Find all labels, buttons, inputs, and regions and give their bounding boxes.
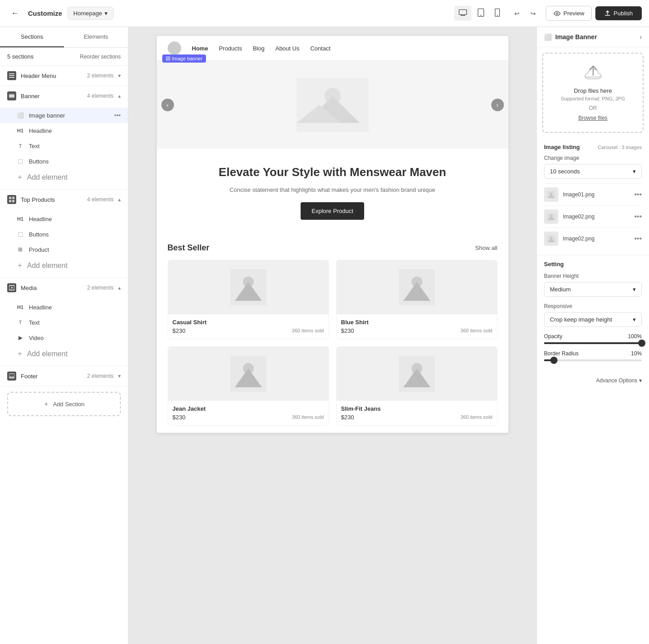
section-header-top-products[interactable]: Top Products 4 elements ▴ bbox=[0, 190, 128, 209]
h1-icon-tp: H1 bbox=[16, 215, 24, 223]
section-elements-header-menu: 2 elements bbox=[87, 73, 114, 79]
section-name-media: Media bbox=[21, 285, 82, 291]
undo-button[interactable]: ↩ bbox=[510, 7, 524, 20]
chevron-top-products[interactable]: ▴ bbox=[118, 196, 121, 203]
hero-subtitle: Concise statement that highlights what m… bbox=[168, 186, 498, 193]
opacity-slider[interactable] bbox=[544, 342, 642, 344]
product-name-0: Casual Shirt bbox=[173, 319, 324, 326]
chevron-header-menu[interactable]: ▾ bbox=[118, 73, 121, 79]
chevron-media[interactable]: ▴ bbox=[118, 285, 121, 291]
banner-label: Image banner bbox=[162, 54, 206, 63]
carousel-prev-button[interactable]: ‹ bbox=[161, 99, 174, 111]
tablet-view-button[interactable] bbox=[473, 6, 489, 21]
child-label-media-text: Text bbox=[29, 319, 121, 326]
back-button[interactable]: ← bbox=[7, 7, 23, 20]
publish-button[interactable]: Publish bbox=[595, 6, 642, 20]
image-list-item-0: Image01.png ••• bbox=[544, 183, 642, 205]
image-thumb-1 bbox=[544, 209, 558, 224]
drop-zone[interactable]: Drop files here Supported format: PNG, J… bbox=[542, 53, 644, 133]
section-item-footer: Footer 2 elements ▾ bbox=[0, 366, 128, 386]
child-tp-buttons[interactable]: ⬚ Buttons bbox=[0, 227, 128, 242]
right-panel-nav-button[interactable]: › bbox=[640, 33, 642, 41]
child-tp-product[interactable]: ⊞ Product bbox=[0, 242, 128, 257]
tab-elements[interactable]: Elements bbox=[64, 27, 128, 47]
image-filename-2: Image02.png bbox=[563, 236, 630, 242]
plus-icon-section: ＋ bbox=[43, 400, 49, 408]
topbar: ← Customize Homepage ▾ ↩ ↪ Preview Publi… bbox=[0, 0, 649, 27]
responsive-dropdown[interactable]: Crop keep image height ▾ bbox=[544, 312, 642, 327]
opacity-slider-thumb[interactable] bbox=[638, 340, 645, 347]
add-element-banner[interactable]: ＋ Add element bbox=[0, 169, 128, 186]
buttons-icon: ⬚ bbox=[16, 157, 24, 165]
chevron-footer[interactable]: ▾ bbox=[118, 373, 121, 379]
child-media-text[interactable]: T Text bbox=[0, 315, 128, 330]
responsive-value: Crop keep image height bbox=[550, 316, 612, 323]
redo-button[interactable]: ↪ bbox=[526, 7, 540, 20]
child-media-headline[interactable]: H1 Headline bbox=[0, 299, 128, 315]
product-info-1: Blue Shirt $230 360 items sold bbox=[337, 314, 497, 339]
product-info-3: Slim-Fit Jeans $230 360 items sold bbox=[337, 401, 497, 425]
products-title: Best Seller bbox=[168, 243, 210, 253]
hero-cta-button[interactable]: Explore Product bbox=[301, 202, 364, 220]
child-tp-headline[interactable]: H1 Headline bbox=[0, 211, 128, 227]
desktop-view-button[interactable] bbox=[454, 6, 471, 21]
mobile-view-button[interactable] bbox=[490, 6, 504, 21]
advance-options-button[interactable]: Advance Options ▾ bbox=[537, 373, 649, 388]
image-more-2[interactable]: ••• bbox=[634, 235, 642, 243]
more-icon-image-banner[interactable]: ••• bbox=[114, 112, 121, 119]
product-card-1: Blue Shirt $230 360 items sold bbox=[336, 260, 498, 339]
svg-point-5 bbox=[480, 15, 481, 16]
opacity-slider-fill bbox=[544, 342, 642, 344]
add-element-media[interactable]: ＋ Add element bbox=[0, 345, 128, 362]
svg-rect-10 bbox=[9, 75, 14, 76]
product-sold-1: 360 items sold bbox=[461, 328, 493, 333]
child-label-tp-headline: Headline bbox=[29, 216, 121, 222]
publish-label: Publish bbox=[613, 10, 633, 17]
nav-link-home[interactable]: Home bbox=[192, 45, 208, 52]
product-card-0: Casual Shirt $230 360 items sold bbox=[168, 260, 329, 339]
image-more-1[interactable]: ••• bbox=[634, 213, 642, 221]
change-image-label: Change image bbox=[544, 155, 642, 161]
image-more-0[interactable]: ••• bbox=[634, 190, 642, 199]
section-header-banner[interactable]: Banner 4 elements ▴ bbox=[0, 86, 128, 106]
add-element-top-products[interactable]: ＋ Add element bbox=[0, 257, 128, 274]
product-price-0: $230 bbox=[173, 327, 186, 334]
page-selector[interactable]: Homepage ▾ bbox=[68, 7, 114, 20]
add-section-button[interactable]: ＋ Add Section bbox=[7, 392, 121, 416]
border-radius-slider-thumb[interactable] bbox=[550, 357, 558, 364]
child-media-video[interactable]: ▶ Video bbox=[0, 330, 128, 345]
child-text[interactable]: T Text bbox=[0, 138, 128, 154]
child-buttons[interactable]: ⬚ Buttons bbox=[0, 154, 128, 169]
image-thumb-0 bbox=[544, 187, 558, 202]
section-header-footer[interactable]: Footer 2 elements ▾ bbox=[0, 366, 128, 386]
main-layout: Sections Elements 5 sections Reorder sec… bbox=[0, 27, 649, 644]
change-image-dropdown[interactable]: 10 seconds ▾ bbox=[544, 164, 642, 179]
child-image-banner[interactable]: ⬜ Image banner ••• bbox=[0, 108, 128, 123]
carousel-next-button[interactable]: › bbox=[491, 99, 504, 111]
browse-files-button[interactable]: Browse files bbox=[550, 115, 635, 121]
tab-sections[interactable]: Sections bbox=[0, 27, 64, 47]
banner-children: ⬜ Image banner ••• H1 Headline T Text ⬚ … bbox=[0, 106, 128, 189]
child-headline[interactable]: H1 Headline bbox=[0, 123, 128, 138]
show-all-link[interactable]: Show all bbox=[475, 245, 497, 251]
preview-button[interactable]: Preview bbox=[546, 6, 592, 21]
nav-link-about[interactable]: About Us bbox=[275, 45, 299, 52]
nav-link-contact[interactable]: Contact bbox=[310, 45, 330, 52]
section-header-header-menu[interactable]: Header Menu 2 elements ▾ bbox=[0, 66, 128, 86]
image-icon: ⬜ bbox=[16, 111, 24, 119]
add-element-label-tp: Add element bbox=[27, 262, 68, 270]
section-header-media[interactable]: Media 2 elements ▴ bbox=[0, 278, 128, 298]
reorder-sections-link[interactable]: Reorder sections bbox=[80, 54, 121, 60]
svg-rect-21 bbox=[9, 374, 14, 376]
chevron-banner[interactable]: ▴ bbox=[118, 93, 121, 99]
nav-link-blog[interactable]: Blog bbox=[253, 45, 265, 52]
opacity-setting-header: Opacity 100% bbox=[544, 333, 642, 340]
banner-height-dropdown[interactable]: Medium ▾ bbox=[544, 282, 642, 297]
product-price-1: $230 bbox=[341, 327, 354, 334]
nav-link-products[interactable]: Products bbox=[219, 45, 242, 52]
section-icon-media bbox=[7, 283, 16, 292]
hero-title: Elevate Your Style with Menswear Maven bbox=[168, 165, 498, 180]
product-sold-2: 360 items sold bbox=[292, 414, 324, 420]
page-name: Homepage bbox=[73, 10, 102, 17]
border-radius-slider[interactable] bbox=[544, 359, 642, 361]
